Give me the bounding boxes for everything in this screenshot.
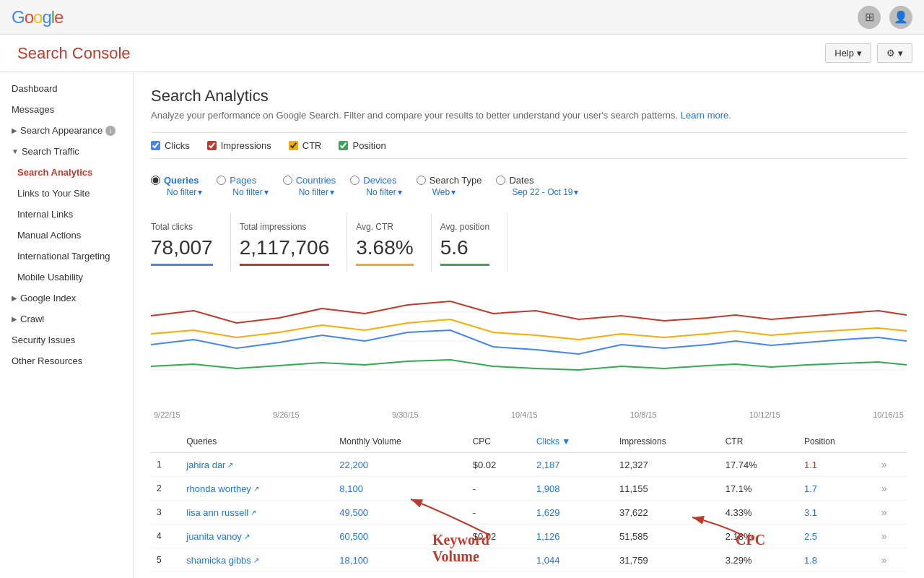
clicks-checkbox[interactable]: Clicks — [151, 140, 190, 151]
sidebar-item-search-analytics[interactable]: Search Analytics — [0, 162, 133, 183]
impressions-cell: 37,622 — [614, 501, 720, 525]
row-action[interactable]: » — [876, 477, 907, 501]
sidebar-item-dashboard[interactable]: Dashboard — [0, 78, 133, 99]
position-cell: 1.7 — [798, 477, 876, 501]
avg-position-label: Avg. position — [440, 222, 490, 232]
queries-label: Queries — [164, 175, 199, 186]
external-link-icon: ↗ — [227, 461, 233, 469]
monthly-volume-cell: 60,500 — [334, 525, 466, 548]
query-link[interactable]: jahira dar ↗ — [186, 460, 328, 470]
row-action[interactable]: » — [876, 572, 907, 579]
metric-checkboxes: Clicks Impressions CTR Position — [151, 132, 907, 159]
sidebar: Dashboard Messages ▶ Search Appearance i… — [0, 72, 134, 578]
chevron-right-icon: » — [881, 530, 887, 542]
table-row[interactable]: 3 lisa ann russell ↗ 49,500 - 1,629 37,6… — [151, 501, 907, 525]
impressions-cell: 12,327 — [614, 453, 720, 477]
chevron-right-icon: » — [881, 483, 887, 494]
sidebar-item-search-traffic[interactable]: ▼ Search Traffic — [0, 141, 133, 162]
avg-position-card[interactable]: Avg. position 5.6 — [432, 213, 508, 272]
position-underline — [440, 264, 490, 266]
col-monthly-volume: Monthly Volume — [334, 431, 466, 453]
search-type-filter[interactable]: Web ▾ — [432, 187, 482, 197]
col-position: Position — [798, 431, 876, 453]
account-icon[interactable]: 👤 — [889, 6, 912, 29]
sidebar-item-internal-links[interactable]: Internal Links — [0, 204, 133, 225]
row-action[interactable]: » — [876, 453, 907, 477]
sidebar-item-links-to-site[interactable]: Links to Your Site — [0, 183, 133, 204]
sidebar-item-international-targeting[interactable]: International Targeting — [0, 246, 133, 267]
sidebar-item-mobile-usability[interactable]: Mobile Usability — [0, 267, 133, 288]
countries-radio[interactable] — [283, 176, 292, 185]
sidebar-item-other-resources[interactable]: Other Resources — [0, 350, 133, 371]
date-axis: 9/22/15 9/26/15 9/30/15 10/4/15 10/8/15 … — [151, 410, 907, 419]
countries-filter[interactable]: No filter ▾ — [299, 187, 336, 197]
query-cell: shamicka gibbs ↗ — [180, 548, 334, 572]
line-chart — [151, 283, 907, 399]
query-link[interactable]: shamicka gibbs ↗ — [186, 555, 328, 566]
query-cell: lisa linde ↗ — [180, 572, 334, 579]
expand-icon: ▶ — [12, 294, 17, 302]
query-link[interactable]: lisa ann russell ↗ — [186, 507, 328, 518]
chevron-right-icon: » — [881, 459, 887, 470]
settings-button[interactable]: ⚙ ▾ — [877, 43, 912, 63]
search-type-radio[interactable] — [417, 176, 426, 185]
position-cell: 1.1 — [798, 453, 876, 477]
table-row[interactable]: 2 rhonda worthey ↗ 8,100 - 1,908 11,155 … — [151, 477, 907, 501]
table-row[interactable]: 5 shamicka gibbs ↗ 18,100 - 1,044 31,759… — [151, 548, 907, 572]
row-action[interactable]: » — [876, 548, 907, 572]
search-type-label: Search Type — [430, 175, 482, 186]
monthly-volume-cell: 22,200 — [334, 453, 466, 477]
sidebar-item-security-issues[interactable]: Security Issues — [0, 329, 133, 350]
main-layout: Dashboard Messages ▶ Search Appearance i… — [0, 72, 924, 578]
total-clicks-card[interactable]: Total clicks 78,007 — [151, 213, 231, 272]
queries-filter[interactable]: No filter ▾ — [167, 187, 202, 197]
sidebar-item-crawl[interactable]: ▶ Crawl — [0, 309, 133, 329]
avg-ctr-card[interactable]: Avg. CTR 3.68% — [347, 213, 431, 272]
col-clicks[interactable]: Clicks ▼ — [531, 431, 614, 453]
dates-label: Dates — [509, 175, 533, 186]
learn-more-link[interactable]: Learn more. — [681, 110, 731, 121]
sidebar-item-messages[interactable]: Messages — [0, 99, 133, 120]
query-link[interactable]: rhonda worthey ↗ — [186, 483, 328, 494]
row-action[interactable]: » — [876, 501, 907, 525]
ctr-cell: 17.74% — [720, 453, 798, 477]
devices-filter[interactable]: No filter ▾ — [366, 187, 401, 197]
chevron-down-icon: ▾ — [330, 187, 334, 197]
ctr-checkbox[interactable]: CTR — [289, 140, 322, 151]
impressions-cell: 51,585 — [614, 525, 720, 548]
table-row[interactable]: 1 jahira dar ↗ 22,200 $0.02 2,187 12,327… — [151, 453, 907, 477]
total-impressions-card[interactable]: Total impressions 2,117,706 — [231, 213, 348, 272]
cpc-cell: $0.02 — [467, 525, 531, 548]
date-label: 10/4/15 — [511, 410, 538, 419]
countries-label: Countries — [296, 175, 336, 186]
sidebar-item-manual-actions[interactable]: Manual Actions — [0, 225, 133, 246]
chevron-down-icon: ▾ — [264, 187, 269, 197]
help-button[interactable]: Help ▾ — [825, 43, 871, 63]
ctr-cell: 4.33% — [720, 501, 798, 525]
dates-radio[interactable] — [496, 176, 505, 185]
avg-position-value: 5.6 — [440, 236, 490, 259]
total-clicks-value: 78,007 — [151, 236, 213, 259]
external-link-icon: ↗ — [250, 509, 256, 517]
sidebar-item-search-appearance[interactable]: ▶ Search Appearance i — [0, 120, 133, 141]
pages-radio[interactable] — [217, 176, 226, 185]
sidebar-item-google-index[interactable]: ▶ Google Index — [0, 288, 133, 309]
impressions-checkbox[interactable]: Impressions — [207, 140, 271, 151]
devices-radio[interactable] — [350, 176, 359, 185]
dates-filter[interactable]: Sep 22 - Oct 19 ▾ — [512, 187, 578, 197]
row-num: 4 — [151, 525, 180, 548]
position-cell: 2.5 — [798, 525, 876, 548]
position-checkbox[interactable]: Position — [339, 140, 385, 151]
queries-radio[interactable] — [151, 176, 160, 185]
pages-filter[interactable]: No filter ▾ — [232, 187, 268, 197]
data-table: Queries Monthly Volume CPC Clicks ▼ Impr… — [151, 431, 907, 578]
table-row[interactable]: 4 juanita vanoy ↗ 60,500 $0.02 1,126 51,… — [151, 525, 907, 548]
grid-icon[interactable]: ⊞ — [858, 6, 881, 29]
query-link[interactable]: juanita vanoy ↗ — [186, 531, 328, 542]
expand-icon: ▶ — [12, 126, 17, 134]
row-action[interactable]: » — [876, 525, 907, 548]
table-row[interactable]: 6 lisa linde ↗ 49,500 - 1,041 34,120 3.0… — [151, 572, 907, 579]
ctr-cell: 3.29% — [720, 548, 798, 572]
clicks-cell: 1,629 — [531, 501, 614, 525]
expand-icon: ▶ — [12, 315, 17, 323]
